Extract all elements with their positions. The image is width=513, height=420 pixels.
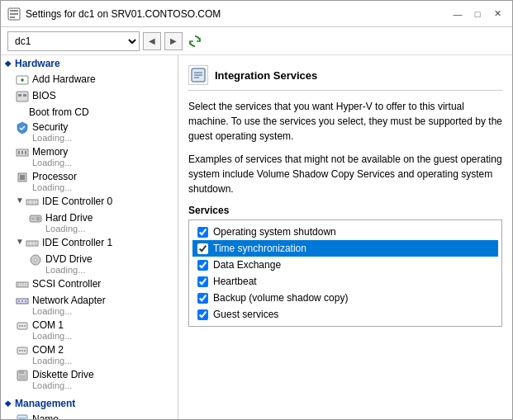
- minimize-button[interactable]: —: [449, 6, 466, 22]
- sidebar-item-com1[interactable]: COM 1 Loading...: [1, 318, 178, 342]
- service-item-heartbeat[interactable]: Heartbeat: [192, 273, 498, 290]
- dvd-drive-sub: Loading...: [45, 265, 93, 275]
- com1-icon: [16, 319, 29, 333]
- svg-rect-9: [23, 94, 26, 97]
- add-hardware-icon: [16, 73, 29, 87]
- ide0-icon: [26, 196, 39, 209]
- hard-drive-icon: [29, 212, 42, 225]
- panel-header: Integration Services: [188, 65, 502, 91]
- services-list: Operating system shutdown Time synchroni…: [188, 219, 502, 327]
- panel-header-icon-box: [188, 65, 208, 85]
- service-label-heartbeat: Heartbeat: [213, 276, 257, 287]
- services-label: Services: [188, 205, 502, 216]
- vm-selector[interactable]: dc1: [7, 31, 140, 51]
- sidebar-item-ide1[interactable]: ▼ IDE Controller 1: [1, 235, 178, 252]
- memory-label: Memory: [32, 146, 72, 158]
- service-checkbox-time-sync[interactable]: [197, 243, 208, 254]
- window-title: Settings for dc1 on SRV01.CONTOSO.COM: [26, 8, 221, 20]
- sidebar-item-hard-drive[interactable]: Hard Drive Loading...: [1, 210, 178, 235]
- toolbar: dc1 ◀ ▶: [1, 27, 512, 55]
- nav-forward-button[interactable]: ▶: [164, 32, 183, 50]
- service-label-time-sync: Time synchronization: [213, 243, 306, 254]
- com1-sub: Loading...: [32, 331, 72, 341]
- close-button[interactable]: ✕: [489, 6, 506, 22]
- sidebar-item-boot-cd[interactable]: Boot from CD: [1, 105, 178, 120]
- service-item-os-shutdown[interactable]: Operating system shutdown: [192, 224, 498, 240]
- sidebar-item-dvd-drive[interactable]: DVD Drive Loading...: [1, 252, 178, 276]
- sidebar-item-name[interactable]: Name Loading...: [1, 412, 178, 419]
- scsi-icon: [16, 278, 29, 291]
- service-item-data-exchange[interactable]: Data Exchange: [192, 257, 498, 273]
- network-sub: Loading...: [32, 306, 106, 316]
- diskette-icon: [16, 369, 29, 382]
- svg-point-46: [24, 350, 26, 352]
- service-checkbox-guest-services[interactable]: [197, 309, 208, 320]
- security-label: Security: [32, 121, 72, 133]
- sidebar-item-scsi[interactable]: SCSI Controller: [1, 276, 178, 293]
- hardware-section-label: Hardware: [15, 58, 60, 69]
- svg-point-29: [35, 259, 36, 261]
- nav-back-button[interactable]: ◀: [143, 32, 161, 50]
- management-section-header[interactable]: ❖ Management: [1, 395, 178, 412]
- svg-rect-3: [10, 17, 15, 18]
- sidebar-item-bios[interactable]: BIOS: [1, 88, 178, 105]
- ide1-expand-icon[interactable]: ▼: [16, 237, 24, 246]
- service-item-time-sync[interactable]: Time synchronization: [192, 240, 498, 257]
- hardware-section-header[interactable]: ❖ Hardware: [1, 55, 178, 72]
- processor-label: Processor: [32, 171, 77, 182]
- service-checkbox-backup[interactable]: [197, 293, 208, 304]
- service-item-guest-services[interactable]: Guest services: [192, 306, 498, 323]
- service-label-guest-services: Guest services: [213, 309, 278, 320]
- title-controls: — □ ✕: [449, 6, 506, 22]
- processor-icon: [16, 171, 29, 184]
- description-2: Examples of services that might not be a…: [188, 152, 502, 196]
- svg-rect-48: [19, 370, 24, 374]
- sidebar-item-security[interactable]: Security Loading...: [1, 120, 178, 144]
- svg-rect-2: [10, 13, 18, 15]
- title-bar: Settings for dc1 on SRV01.CONTOSO.COM — …: [1, 1, 512, 27]
- ide0-label: IDE Controller 0: [42, 196, 112, 207]
- sidebar-item-processor[interactable]: Processor Loading...: [1, 169, 178, 194]
- svg-rect-13: [25, 151, 26, 154]
- processor-sub: Loading...: [32, 182, 77, 192]
- main-panel: Integration Services Select the services…: [178, 55, 512, 419]
- svg-rect-15: [20, 175, 25, 180]
- svg-point-45: [21, 350, 23, 352]
- sidebar-item-network[interactable]: Network Adapter Loading...: [1, 293, 178, 318]
- maximize-button[interactable]: □: [469, 6, 486, 22]
- svg-rect-8: [18, 94, 21, 97]
- panel-title: Integration Services: [215, 69, 317, 82]
- sidebar-item-ide0[interactable]: ▼ IDE Controller 0: [1, 194, 178, 210]
- hardware-section-icon: ❖: [4, 59, 12, 68]
- sidebar-item-diskette[interactable]: Diskette Drive Loading...: [1, 367, 178, 392]
- name-label: Name: [32, 413, 72, 419]
- bios-icon: [16, 90, 29, 103]
- scsi-label: SCSI Controller: [32, 278, 101, 290]
- panel-header-icon: [190, 67, 207, 83]
- hard-drive-sub: Loading...: [45, 224, 93, 234]
- sidebar-item-memory[interactable]: Memory Loading...: [1, 144, 178, 169]
- svg-point-44: [19, 350, 21, 352]
- settings-icon: [7, 7, 21, 21]
- ide1-label: IDE Controller 1: [42, 237, 112, 248]
- management-section-icon: ❖: [4, 399, 12, 408]
- svg-rect-12: [21, 151, 23, 154]
- bios-label: BIOS: [32, 90, 56, 101]
- management-section-label: Management: [15, 398, 75, 409]
- refresh-button[interactable]: [186, 32, 204, 50]
- ide0-expand-icon[interactable]: ▼: [16, 196, 24, 205]
- ide1-icon: [26, 237, 39, 250]
- sidebar-item-add-hardware[interactable]: Add Hardware: [1, 72, 178, 88]
- service-checkbox-data-exchange[interactable]: [197, 260, 208, 271]
- service-checkbox-heartbeat[interactable]: [197, 276, 208, 287]
- title-bar-left: Settings for dc1 on SRV01.CONTOSO.COM: [7, 7, 221, 21]
- com2-label: COM 2: [32, 344, 72, 356]
- service-label-backup: Backup (volume shadow copy): [213, 292, 348, 304]
- sidebar-item-com2[interactable]: COM 2 Loading...: [1, 342, 178, 367]
- svg-point-40: [19, 325, 21, 327]
- service-checkbox-os-shutdown[interactable]: [197, 227, 208, 238]
- add-hardware-label: Add Hardware: [32, 73, 96, 85]
- description-1: Select the services that you want Hyper-…: [188, 99, 502, 144]
- com2-sub: Loading...: [32, 356, 72, 366]
- service-item-backup[interactable]: Backup (volume shadow copy): [192, 290, 498, 306]
